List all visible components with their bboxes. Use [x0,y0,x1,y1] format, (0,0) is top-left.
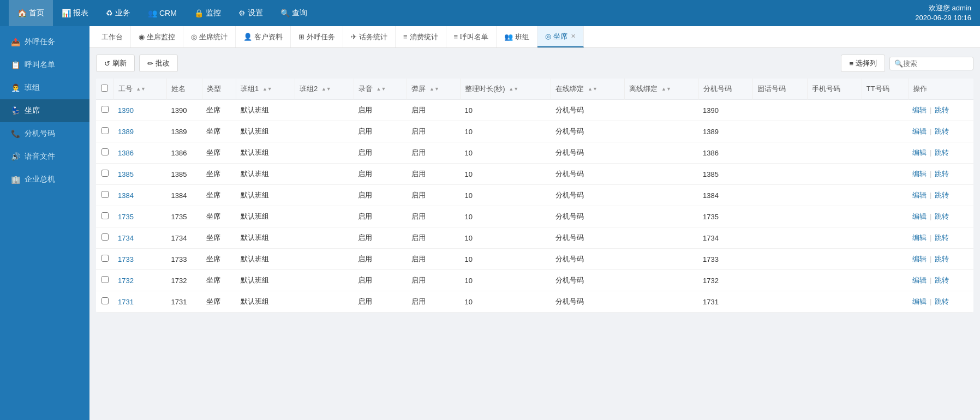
workid-link-9[interactable]: 1731 [118,298,134,306]
select-columns-button[interactable]: ≡ 选择列 [841,55,885,72]
nav-business[interactable]: ♻ 业务 [97,0,139,26]
jump-link-0[interactable]: 跳转 [935,106,949,114]
record-sort[interactable]: ▲▼ [377,87,386,92]
row-tt [862,206,908,227]
jump-link-9[interactable]: 跳转 [935,297,949,305]
jump-link-2[interactable]: 跳转 [935,148,949,157]
sidebar-item-enterprise-pbx[interactable]: 🏢 企业总机 [0,168,89,191]
workid-link-0[interactable]: 1390 [118,106,134,115]
sidebar-item-extension[interactable]: 📞 分机号码 [0,122,89,145]
row-checkbox-9[interactable] [101,297,109,304]
edit-link-6[interactable]: 编辑 [912,233,927,242]
workid-sort[interactable]: ▲▼ [136,87,146,92]
sidebar-item-outbound-task[interactable]: 📤 外呼任务 [0,31,89,53]
jump-link-5[interactable]: 跳转 [935,212,949,220]
row-mobile [808,185,862,206]
row-cleantime: 10 [460,121,551,142]
select-all-checkbox[interactable] [101,85,108,92]
row-group2 [295,270,354,291]
jump-link-3[interactable]: 跳转 [935,170,949,178]
row-name: 1389 [167,121,202,142]
row-workid: 1734 [113,227,167,249]
row-tt [862,270,908,291]
tab-agent-close[interactable]: ✕ [571,33,576,40]
search-input[interactable] [903,59,969,68]
row-group1: 默认班组 [236,291,295,313]
tab-outbound-task[interactable]: ⊞ 外呼任务 [291,26,343,47]
jump-link-7[interactable]: 跳转 [935,255,949,263]
row-group1: 默认班组 [236,164,295,185]
cleantime-sort[interactable]: ▲▼ [509,87,518,92]
edit-link-2[interactable]: 编辑 [912,148,927,157]
workid-link-8[interactable]: 1732 [118,277,134,285]
workid-link-4[interactable]: 1384 [118,191,134,200]
refresh-button[interactable]: ↺ 刷新 [96,55,135,72]
edit-link-1[interactable]: 编辑 [912,127,927,135]
jump-link-8[interactable]: 跳转 [935,276,949,284]
edit-link-0[interactable]: 编辑 [912,106,927,114]
tab-workbench[interactable]: 工作台 [94,26,131,47]
jump-link-1[interactable]: 跳转 [935,127,949,135]
edit-link-5[interactable]: 编辑 [912,212,927,220]
row-checkbox-5[interactable] [101,212,109,219]
header-offline-bind: 离线绑定 ▲▼ [625,79,698,100]
nav-query[interactable]: 🔍 查询 [272,0,316,26]
row-action: 编辑 | 跳转 [908,185,973,206]
tab-agent-stats[interactable]: ◎ 坐席统计 [183,26,236,47]
jump-link-6[interactable]: 跳转 [935,233,949,242]
sidebar-item-call-list[interactable]: 📋 呼叫名单 [0,53,89,76]
tab-agent[interactable]: ◎ 坐席 ✕ [537,26,584,47]
sidebar-item-agent[interactable]: 💺 坐席 [0,99,89,122]
jump-link-4[interactable]: 跳转 [935,191,949,199]
tab-customer-data[interactable]: 👤 客户资料 [236,26,291,47]
action-sep-6: | [930,233,931,242]
traffic-stats-tab-icon: ✈ [351,33,357,41]
edit-link-8[interactable]: 编辑 [912,276,927,284]
group1-sort[interactable]: ▲▼ [262,87,272,92]
row-cleantime: 10 [460,100,551,121]
row-checkbox-4[interactable] [101,191,109,198]
row-checkbox-6[interactable] [101,233,109,241]
edit-link-4[interactable]: 编辑 [912,191,927,199]
nav-monitor[interactable]: 🔒 监控 [186,0,230,26]
workid-link-3[interactable]: 1385 [118,170,134,178]
row-checkbox-8[interactable] [101,276,109,283]
search-box[interactable]: 🔍 [889,57,973,70]
row-checkbox-3[interactable] [101,170,109,177]
row-checkbox-1[interactable] [101,127,109,134]
workid-link-2[interactable]: 1386 [118,149,134,157]
offline-bind-sort[interactable]: ▲▼ [661,87,671,92]
edit-link-7[interactable]: 编辑 [912,255,927,263]
edit-link-9[interactable]: 编辑 [912,297,927,305]
row-checkbox-2[interactable] [101,148,109,155]
row-group2 [295,291,354,313]
tab-agent-monitor[interactable]: ◉ 坐席监控 [131,26,183,47]
voice-file-icon: 🔊 [11,152,20,161]
edit-link-3[interactable]: 编辑 [912,170,927,178]
nav-report[interactable]: 📊 报表 [53,0,97,26]
group2-sort[interactable]: ▲▼ [321,87,331,92]
enterprise-pbx-icon: 🏢 [11,175,20,184]
workid-link-1[interactable]: 1389 [118,128,134,136]
nav-home[interactable]: 🏠 首页 [9,0,53,26]
batch-button[interactable]: ✏ 批改 [139,55,178,72]
tab-group[interactable]: 👥 班组 [497,26,537,47]
popup-sort[interactable]: ▲▼ [429,87,439,92]
sidebar-item-voice-file[interactable]: 🔊 语音文件 [0,145,89,168]
tab-consumption-stats[interactable]: ≡ 消费统计 [396,26,446,47]
row-offline-bind [625,142,698,164]
row-checkbox-7[interactable] [101,255,109,262]
nav-crm[interactable]: 👥 CRM [139,0,186,26]
workid-link-7[interactable]: 1733 [118,255,134,263]
tab-call-list[interactable]: ≡ 呼叫名单 [446,26,497,47]
workid-link-6[interactable]: 1734 [118,234,134,242]
workid-link-5[interactable]: 1735 [118,213,134,221]
row-type: 坐席 [202,291,236,313]
online-bind-sort[interactable]: ▲▼ [588,87,597,92]
tab-traffic-stats[interactable]: ✈ 话务统计 [343,26,396,47]
nav-settings[interactable]: ⚙ 设置 [230,0,272,26]
sidebar-item-group[interactable]: 👨‍💼 班组 [0,76,89,99]
row-workid: 1385 [113,164,167,185]
agent-stats-tab-icon: ◎ [191,33,197,41]
row-checkbox-0[interactable] [101,106,109,113]
